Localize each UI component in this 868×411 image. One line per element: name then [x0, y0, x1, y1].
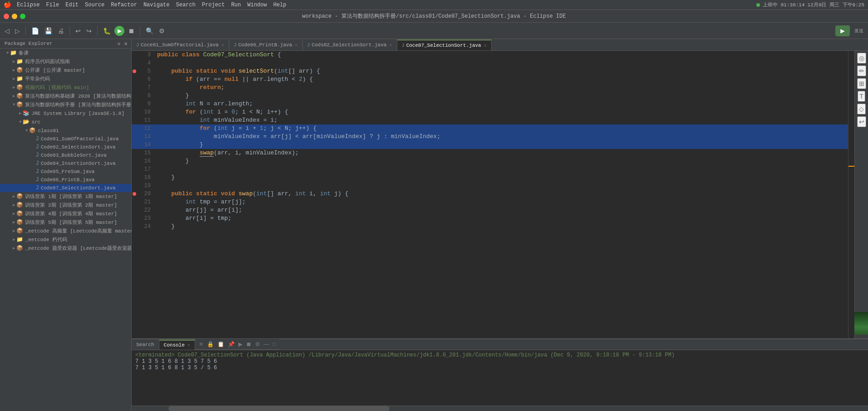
- sidebar-item-code05[interactable]: ▶ J Code05_FreSum.java: [0, 168, 131, 176]
- console-pin-btn[interactable]: 📌: [227, 340, 236, 348]
- sidebar-item-beike[interactable]: ▼ 📁 备课: [0, 49, 131, 57]
- line-content[interactable]: int minValueIndex = i;: [155, 116, 848, 124]
- line-content[interactable]: for (int j = i + 1; j < N; j++) {: [155, 124, 848, 133]
- minimize-button[interactable]: [12, 14, 17, 19]
- console-tab-console[interactable]: Console ✕: [159, 340, 195, 350]
- menu-navigate[interactable]: Navigate: [143, 2, 170, 8]
- console-scroll-lock-btn[interactable]: 🔒: [206, 340, 215, 348]
- sidebar-item-code04[interactable]: ▶ J Code04_InsertionSort.java: [0, 159, 131, 168]
- right-edit-icon[interactable]: ✏: [857, 65, 866, 76]
- menu-edit[interactable]: Edit: [65, 2, 79, 8]
- sidebar-item-video[interactable]: ▶ 📦 视频代码 [视频代码 main]: [0, 83, 131, 92]
- sidebar-item-algo2020[interactable]: ▶ 📦 算法与数据结构基础课 2020 [算法与数据结构基础课: [0, 92, 131, 100]
- sidebar-item-src[interactable]: ▼ 📂 src: [0, 118, 131, 126]
- console-stop-btn[interactable]: ⏹: [245, 340, 252, 348]
- toolbar-forward-btn[interactable]: ▷: [13, 26, 22, 35]
- sidebar-item-algo-book[interactable]: ▼ 📦 算法与数据结构拆手册 [算法与数据结构拆手册: [0, 100, 131, 109]
- menu-file[interactable]: File: [46, 2, 59, 8]
- tab-cods02[interactable]: J Cods02_SelectionSort.java ✕: [303, 40, 397, 50]
- toolbar-debug-btn[interactable]: 🐛: [101, 26, 113, 35]
- toolbar-new-btn[interactable]: 📄: [30, 26, 41, 35]
- tab-code01[interactable]: J Coce01_3umOfFactorial.java ✕: [132, 40, 229, 50]
- sidebar-item-leetcode2[interactable]: ▶ 📁 _eetcode 朽代码: [0, 235, 131, 244]
- line-content[interactable]: }: [155, 223, 848, 231]
- menu-window[interactable]: Window: [247, 2, 267, 8]
- sidebar-item-training4[interactable]: ▶ 📦 训练营第 4期 [训练营第 4期 master]: [0, 209, 131, 218]
- sidebar-item-training2[interactable]: ▶ 📦 训练营第 2期 [训练营第 2期 master]: [0, 201, 131, 209]
- line-content[interactable]: return;: [155, 84, 848, 92]
- toolbar-settings-btn[interactable]: ⚙: [157, 26, 167, 35]
- right-pin-icon[interactable]: ◎: [857, 53, 866, 64]
- tab-code07-active[interactable]: J Coce07_SelectionSort.java ✕: [397, 40, 492, 50]
- sidebar-close-btn[interactable]: ✕: [123, 41, 128, 46]
- scrollbar-thumb[interactable]: [168, 406, 390, 411]
- toolbar-print-btn[interactable]: 🖨: [56, 26, 66, 35]
- sidebar-item-code02[interactable]: ▶ J Code02_SelectionSort.java: [0, 143, 131, 151]
- sidebar-item-code06[interactable]: ▶ J Code06_PrintB.java: [0, 176, 131, 184]
- line-content[interactable]: for (int i = 0; i < N; i++) {: [155, 108, 848, 116]
- tab-close-icon[interactable]: ✕: [390, 42, 392, 48]
- sidebar-collapse-btn[interactable]: ≡: [117, 41, 121, 46]
- toolbar-perspective-btn[interactable]: 发送: [853, 27, 865, 35]
- breakpoint-area[interactable]: [132, 67, 137, 75]
- right-box-icon[interactable]: ⊞: [857, 78, 866, 89]
- toolbar-search-btn[interactable]: 🔍: [144, 26, 155, 35]
- toolbar-save-btn[interactable]: 💾: [43, 26, 54, 35]
- line-content[interactable]: [155, 182, 848, 190]
- console-clear-btn[interactable]: ✕: [198, 340, 204, 348]
- maximize-button[interactable]: [20, 14, 25, 19]
- sidebar-item-jre[interactable]: ▶ 📚 JRE System Library [JavaSE-1.8]: [0, 109, 131, 118]
- line-content[interactable]: int tmp = arr[j];: [155, 198, 848, 206]
- sidebar-item-leetcode1[interactable]: ▶ 📦 _eetcode 高频量 [Leetcode高频量 master]: [0, 227, 131, 235]
- toolbar-stop-btn[interactable]: ⏹: [126, 26, 136, 35]
- line-content[interactable]: }: [155, 173, 848, 182]
- bottom-scrollbar[interactable]: [132, 406, 868, 411]
- console-run-btn[interactable]: ▶: [237, 340, 243, 348]
- line-content[interactable]: public class Code07_SelectionSort {: [155, 51, 848, 59]
- line-content[interactable]: }: [155, 157, 848, 165]
- sidebar-item-leetcode3[interactable]: ▶ 📦 _eetcode 题受欢迎题 [Leetcode题受欢迎题 mast: [0, 244, 131, 253]
- sidebar-item-code03[interactable]: ▶ J Code03_BubbleSort.java: [0, 151, 131, 159]
- line-content[interactable]: minValueIndex = arr[j] < arr[minValueInd…: [155, 133, 848, 141]
- toolbar-undo-btn[interactable]: ↩: [74, 26, 83, 35]
- console-copy-btn[interactable]: 📋: [217, 340, 225, 348]
- line-content[interactable]: [155, 59, 848, 67]
- breakpoint-area[interactable]: [132, 190, 137, 198]
- tab-close-icon[interactable]: ✕: [295, 42, 298, 48]
- line-content[interactable]: [155, 165, 848, 173]
- console-tab-search[interactable]: Search: [132, 340, 159, 350]
- menu-project[interactable]: Project: [202, 2, 225, 8]
- code-editor[interactable]: 3 public class Code07_SelectionSort { 4 …: [132, 51, 848, 338]
- sidebar-item-misc[interactable]: ▶ 📁 平常杂代码: [0, 74, 131, 83]
- line-content[interactable]: arr[i] = tmp;: [155, 214, 848, 223]
- right-text-icon[interactable]: T: [858, 91, 865, 102]
- toolbar-run-btn[interactable]: ▶: [114, 26, 124, 36]
- sidebar-item-training5[interactable]: ▶ 📦 训练营第 5期 [训练营第 5期 master]: [0, 218, 131, 227]
- line-content[interactable]: if (arr == null || arr.length < 2) {: [155, 75, 848, 84]
- tab-code06[interactable]: J Code06_PrintB.java ✕: [229, 40, 303, 50]
- line-content[interactable]: swap(arr, i, minValueIndex);: [155, 149, 848, 157]
- line-content[interactable]: arr[j] = arr[i];: [155, 206, 848, 214]
- right-diamond-icon[interactable]: ◇: [857, 104, 866, 114]
- close-button[interactable]: [4, 14, 9, 19]
- line-content[interactable]: public static void swap(int[] arr, int i…: [155, 190, 848, 198]
- right-undo-icon[interactable]: ↩: [857, 116, 866, 127]
- sidebar-item-public[interactable]: ▶ 📦 公开课 [公开课 master]: [0, 66, 131, 74]
- line-content[interactable]: }: [155, 92, 848, 100]
- toolbar-redo-btn[interactable]: ↪: [84, 26, 94, 35]
- line-content[interactable]: public static void selectSort(int[] arr)…: [155, 67, 848, 75]
- sidebar-item-training1[interactable]: ▶ 📦 训练营第 1期 [训练营第 1期 master]: [0, 192, 131, 201]
- sidebar-item-code07[interactable]: ▶ J Code07_SelectionSort.java: [0, 184, 131, 192]
- line-content[interactable]: int N = arr.length;: [155, 100, 848, 108]
- sidebar-item-class01[interactable]: ▼ 📦 class01: [0, 126, 131, 135]
- menu-eclipse[interactable]: Eclipse: [17, 2, 39, 8]
- tab-close-icon[interactable]: ✕: [222, 42, 224, 48]
- console-settings-btn[interactable]: ⚙: [254, 340, 261, 348]
- sidebar-item-code01[interactable]: ▶ J Code01_SumOfFactorial.java: [0, 135, 131, 143]
- menu-search[interactable]: Search: [176, 2, 195, 8]
- menu-source[interactable]: Source: [85, 2, 104, 8]
- menu-run[interactable]: Run: [231, 2, 241, 8]
- menu-help[interactable]: Help: [273, 2, 286, 8]
- toolbar-back-btn[interactable]: ◁: [3, 26, 11, 35]
- menu-refactor[interactable]: Refactor: [111, 2, 137, 8]
